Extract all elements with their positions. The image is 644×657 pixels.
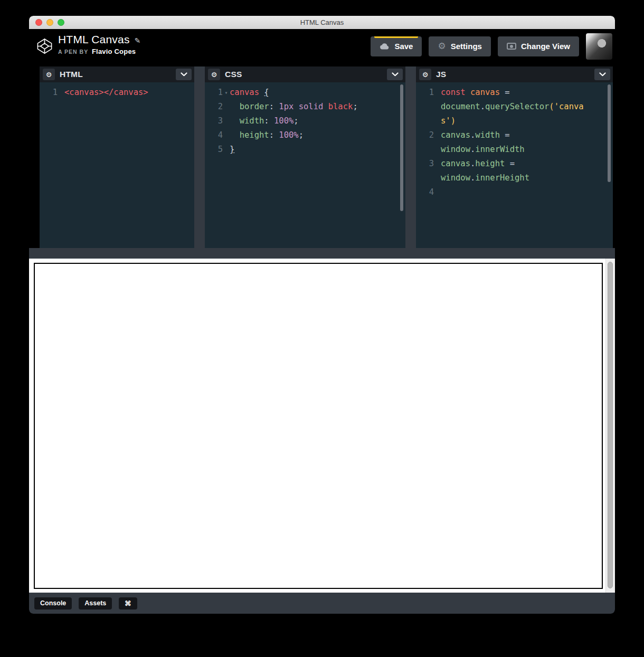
editors-preview-resizer[interactable] bbox=[29, 248, 615, 259]
js-panel-title: JS bbox=[436, 70, 446, 79]
js-panel-collapse-button[interactable] bbox=[594, 69, 610, 80]
code-line: window.innerWidth bbox=[416, 142, 613, 157]
code-line: 3 width: 100%; bbox=[205, 114, 405, 128]
html-panel-settings-button[interactable]: ⚙ bbox=[43, 69, 55, 80]
html-editor-panel: ⚙ HTML 1<canvas></canvas> bbox=[40, 66, 194, 248]
chevron-down-icon bbox=[392, 72, 399, 77]
js-panel-header: ⚙ JS bbox=[416, 66, 613, 82]
css-panel-title: CSS bbox=[225, 70, 242, 79]
screenshot-stage: HTML Canvas HTML Canvas✎ A PEN BY Flavio… bbox=[0, 0, 644, 657]
html-code-editor[interactable]: 1<canvas></canvas> bbox=[40, 82, 194, 248]
bottom-toolbar: Console Assets ⌘ bbox=[29, 593, 615, 614]
panel-resizer-css-js[interactable] bbox=[405, 66, 416, 248]
gear-icon: ⚙ bbox=[46, 71, 52, 78]
js-editor-scrollbar[interactable] bbox=[608, 84, 611, 182]
preview-scrollbar-thumb[interactable] bbox=[608, 262, 613, 588]
macos-titlebar: HTML Canvas bbox=[29, 16, 615, 30]
css-panel-settings-button[interactable]: ⚙ bbox=[208, 69, 220, 80]
css-editor-scrollbar[interactable] bbox=[400, 84, 403, 211]
html-panel-header: ⚙ HTML bbox=[40, 66, 194, 82]
css-panel-collapse-button[interactable] bbox=[387, 69, 403, 80]
css-editor-panel: ⚙ CSS 1▾canvas {2 border: 1px solid blac… bbox=[205, 66, 405, 248]
code-line: 2canvas.width = bbox=[416, 128, 613, 142]
settings-label: Settings bbox=[451, 42, 482, 51]
view-icon bbox=[507, 43, 516, 50]
code-line: 1const canvas = bbox=[416, 85, 613, 100]
rendered-canvas-element bbox=[34, 263, 603, 589]
header-actions: Save ⚙ Settings Change View bbox=[371, 29, 612, 63]
html-panel-title: HTML bbox=[60, 70, 83, 79]
byline-prefix: A PEN BY bbox=[58, 49, 88, 55]
gear-icon: ⚙ bbox=[211, 71, 217, 78]
js-editor-panel: ⚙ JS 1const canvas =document.querySelect… bbox=[416, 66, 613, 248]
gear-icon: ⚙ bbox=[422, 71, 429, 78]
code-line: s') bbox=[416, 114, 613, 128]
panel-resizer-html-css[interactable] bbox=[194, 66, 205, 248]
editor-row: ⚙ HTML 1<canvas></canvas> ⚙ CSS bbox=[29, 63, 615, 248]
settings-button[interactable]: ⚙ Settings bbox=[429, 36, 490, 56]
code-line: 4 bbox=[416, 185, 613, 199]
window-title: HTML Canvas bbox=[29, 16, 615, 29]
change-view-label: Change View bbox=[521, 42, 570, 51]
save-label: Save bbox=[394, 42, 413, 51]
assets-button[interactable]: Assets bbox=[79, 597, 112, 610]
code-line: document.querySelector('canva bbox=[416, 100, 613, 114]
code-line: window.innerHeight bbox=[416, 171, 613, 185]
js-panel-settings-button[interactable]: ⚙ bbox=[419, 69, 431, 80]
code-line: 5} bbox=[205, 142, 405, 157]
keyboard-shortcuts-button[interactable]: ⌘ bbox=[119, 597, 137, 610]
cloud-icon bbox=[380, 43, 390, 50]
result-preview bbox=[29, 259, 615, 593]
code-line: 3canvas.height = bbox=[416, 157, 613, 171]
gear-icon: ⚙ bbox=[438, 42, 446, 51]
css-code-editor[interactable]: 1▾canvas {2 border: 1px solid black;3 wi… bbox=[205, 82, 405, 248]
preview-scrollbar[interactable] bbox=[605, 259, 615, 593]
html-panel-collapse-button[interactable] bbox=[176, 69, 192, 80]
code-line: 1<canvas></canvas> bbox=[40, 85, 194, 100]
code-line: 4 height: 100%; bbox=[205, 128, 405, 142]
chevron-down-icon bbox=[181, 72, 187, 77]
codepen-header: HTML Canvas✎ A PEN BY Flavio Copes Save … bbox=[29, 29, 615, 63]
js-code-editor[interactable]: 1const canvas =document.querySelector('c… bbox=[416, 82, 613, 248]
app-window: HTML Canvas HTML Canvas✎ A PEN BY Flavio… bbox=[29, 16, 615, 614]
pen-title: HTML Canvas bbox=[58, 33, 130, 45]
code-line: 1▾canvas { bbox=[205, 85, 405, 100]
codepen-logo-icon[interactable] bbox=[36, 38, 53, 54]
chevron-down-icon bbox=[599, 72, 606, 77]
code-line: 2 border: 1px solid black; bbox=[205, 100, 405, 114]
edit-title-pencil-icon[interactable]: ✎ bbox=[135, 36, 141, 45]
css-panel-header: ⚙ CSS bbox=[205, 66, 405, 82]
pen-heading: HTML Canvas✎ A PEN BY Flavio Copes bbox=[58, 33, 141, 55]
user-avatar[interactable] bbox=[586, 33, 612, 60]
save-button[interactable]: Save bbox=[371, 36, 422, 56]
author-name[interactable]: Flavio Copes bbox=[92, 47, 136, 55]
change-view-button[interactable]: Change View bbox=[498, 36, 579, 56]
console-button[interactable]: Console bbox=[34, 597, 72, 610]
